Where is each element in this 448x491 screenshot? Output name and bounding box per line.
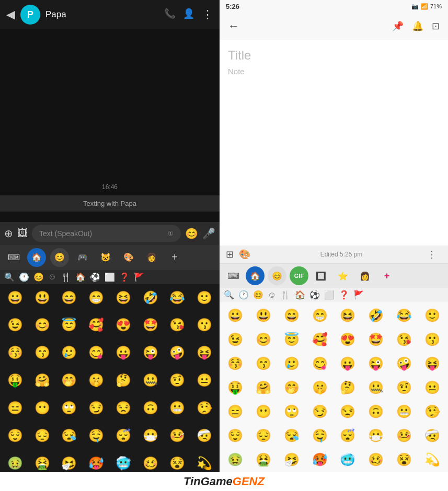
emoji-item[interactable]: 😗: [191, 313, 217, 336]
emoji-item-right[interactable]: 😜: [362, 352, 389, 375]
emoji-item[interactable]: 😷: [137, 424, 164, 447]
emoji-item[interactable]: 😑: [2, 396, 28, 419]
emoji-smiley-right[interactable]: 😊: [253, 290, 263, 300]
emoji-item-right[interactable]: 😇: [278, 328, 305, 351]
emoji-item[interactable]: 🤒: [165, 424, 191, 447]
mic-button[interactable]: 🎤: [202, 227, 215, 240]
add-keyboard-icon[interactable]: +: [165, 248, 184, 267]
emoji-item-right[interactable]: 🤣: [362, 304, 389, 327]
emoji-item[interactable]: 😇: [56, 313, 83, 336]
more-menu-icon[interactable]: ⋮: [202, 8, 213, 21]
emoji-item[interactable]: 😊: [29, 313, 55, 336]
emoji-search-icon-right[interactable]: 🔍: [224, 290, 234, 300]
emoji-item[interactable]: 😵: [165, 452, 191, 475]
emoji-item-right[interactable]: 🥵: [306, 448, 334, 471]
emoji-item-right[interactable]: 🥴: [362, 448, 389, 471]
emoji-item-right[interactable]: 🤭: [278, 376, 305, 399]
emoji-item[interactable]: 🤢: [2, 452, 28, 475]
emoji-item-right[interactable]: 😌: [222, 424, 249, 447]
emoji-item[interactable]: 🤗: [29, 369, 55, 392]
emoji-item[interactable]: 😏: [83, 396, 109, 419]
emoji-item[interactable]: 🤭: [56, 369, 83, 392]
emoji-recent-icon[interactable]: 🕐: [19, 272, 29, 282]
emoji-item[interactable]: 💫: [191, 452, 217, 475]
emoji-item-right[interactable]: 🤮: [250, 448, 277, 471]
emoji-item-right[interactable]: 🙃: [362, 400, 389, 423]
emoji-item-right[interactable]: 🥶: [335, 448, 362, 471]
emoji-places-right[interactable]: 🏠: [295, 290, 305, 300]
emoji-keyboard-icon[interactable]: 😊: [50, 248, 69, 267]
emoji-item-right[interactable]: 😏: [306, 400, 334, 423]
sticker-icon[interactable]: 😺: [96, 248, 115, 267]
emoji-item[interactable]: 😶: [29, 396, 55, 419]
emoji-item-right[interactable]: 🙄: [278, 400, 305, 423]
emoji-item[interactable]: 🤫: [83, 369, 109, 392]
emoji-item[interactable]: 😬: [165, 396, 191, 419]
emoji-item-right[interactable]: 😚: [222, 352, 249, 375]
note-title[interactable]: Title: [228, 48, 440, 63]
emoji-recent-right[interactable]: 🕐: [238, 290, 249, 300]
emoji-item-right[interactable]: 🤕: [419, 424, 446, 447]
palette-icon[interactable]: 🎨: [239, 249, 250, 260]
emoji-smiley-icon[interactable]: 😊: [33, 272, 44, 282]
call-icon[interactable]: 📞: [164, 8, 176, 21]
emoji-item-right[interactable]: 🤢: [222, 448, 249, 471]
gif-icon[interactable]: GIF: [290, 266, 308, 285]
emoji-places-icon[interactable]: 🏠: [75, 272, 86, 282]
star-icon-right[interactable]: ⭐: [334, 266, 352, 285]
emoji-item-right[interactable]: 😷: [362, 424, 389, 447]
emoji-item-right[interactable]: 😋: [306, 352, 334, 375]
emoji-item-right[interactable]: 😂: [390, 304, 418, 327]
emoji-flags-icon[interactable]: 🚩: [134, 272, 144, 282]
pin-icon[interactable]: 📌: [392, 20, 404, 32]
emoji-item[interactable]: 😁: [83, 286, 109, 309]
emoji-food-icon[interactable]: 🍴: [61, 272, 71, 282]
emoji-item-right[interactable]: 🤩: [362, 328, 389, 351]
emoji-item[interactable]: 🤩: [137, 313, 164, 336]
save-note-icon[interactable]: ⊡: [432, 20, 440, 32]
add-keyboard-right[interactable]: +: [377, 266, 396, 285]
emoji-item-right[interactable]: 😒: [335, 400, 362, 423]
emoji-item-right[interactable]: 🤨: [390, 376, 418, 399]
emoji-item-right[interactable]: 😁: [306, 304, 334, 327]
emoji-item[interactable]: 🤥: [191, 396, 217, 419]
emoji-item-right[interactable]: 😉: [222, 328, 249, 351]
add-attachment-icon[interactable]: ⊕: [4, 227, 13, 240]
emoji-item-right[interactable]: 😛: [335, 352, 362, 375]
emoji-item-right[interactable]: 😙: [250, 352, 277, 375]
notes-back-button[interactable]: ←: [228, 19, 239, 33]
emoji-item[interactable]: 🙃: [137, 396, 164, 419]
emoji-item-right[interactable]: 🤤: [306, 424, 334, 447]
emoji-item[interactable]: 😆: [110, 286, 136, 309]
emoji-item[interactable]: 🤕: [191, 424, 217, 447]
emoji-item-right[interactable]: 🤒: [390, 424, 418, 447]
emoji-people-icon[interactable]: ☺: [48, 272, 56, 282]
emoji-item[interactable]: 😍: [110, 313, 136, 336]
emoji-item[interactable]: 😴: [110, 424, 136, 447]
emoji-symbols-icon[interactable]: ❓: [119, 272, 130, 282]
emoji-item-right[interactable]: 😐: [419, 376, 446, 399]
add-formatting-icon[interactable]: ⊞: [226, 249, 234, 260]
emoji-item-right[interactable]: 😶: [250, 400, 277, 423]
emoji-item-right[interactable]: 😑: [222, 400, 249, 423]
emoji-item-right[interactable]: 😴: [335, 424, 362, 447]
emoji-item[interactable]: 😙: [29, 341, 55, 364]
emoji-item[interactable]: 🤮: [29, 452, 55, 475]
emoji-item-right[interactable]: 😘: [390, 328, 418, 351]
emoji-item[interactable]: 😋: [83, 341, 109, 364]
emoji-flags-right[interactable]: 🚩: [353, 290, 364, 300]
emoji-item[interactable]: 🙄: [56, 396, 83, 419]
emoji-item[interactable]: 🤐: [137, 369, 164, 392]
back-button-left[interactable]: ◀: [6, 8, 15, 21]
game-icon[interactable]: 🎮: [73, 248, 92, 267]
emoji-item[interactable]: 😐: [191, 369, 217, 392]
emoji-item[interactable]: 😂: [165, 286, 191, 309]
emoji-item-right[interactable]: 🤑: [222, 376, 249, 399]
emoji-item-right[interactable]: 🤗: [250, 376, 277, 399]
emoji-item-right[interactable]: 😄: [278, 304, 305, 327]
emoji-item-right[interactable]: 😆: [335, 304, 362, 327]
sticker-icon-right[interactable]: 🔲: [312, 266, 330, 285]
emoji-item-right[interactable]: 🤐: [362, 376, 389, 399]
emoji-item[interactable]: 😘: [165, 313, 191, 336]
emoji-item-right[interactable]: 😍: [335, 328, 362, 351]
